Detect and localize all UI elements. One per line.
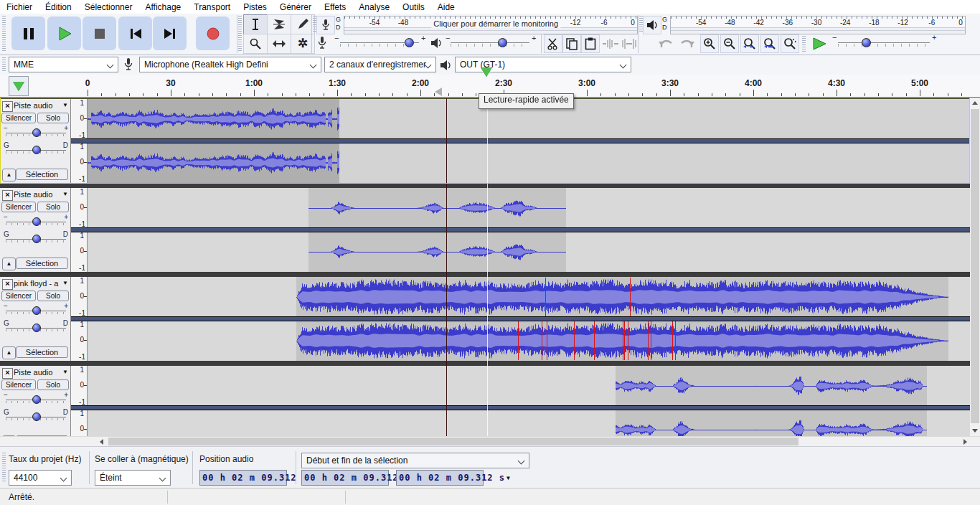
timeshift-tool-button[interactable]: [267, 34, 291, 54]
redo-button[interactable]: [677, 34, 696, 53]
horizontal-scroll-thumb[interactable]: [108, 438, 798, 445]
mute-button[interactable]: Silencer: [1, 113, 36, 123]
menu-fichier[interactable]: Fichier: [0, 1, 39, 14]
pan-slider-thumb[interactable]: [32, 412, 41, 421]
close-track-button[interactable]: ×: [2, 101, 13, 112]
solo-button[interactable]: Solo: [37, 202, 69, 212]
gain-slider-thumb[interactable]: [32, 217, 41, 226]
transport-grip[interactable]: [2, 16, 6, 52]
envelope-tool-button[interactable]: [267, 14, 291, 34]
pan-slider[interactable]: GD: [3, 232, 69, 248]
play-at-speed-button[interactable]: [808, 34, 831, 53]
audio-position-field[interactable]: 00 h 02 m 09.312 s▼: [199, 470, 287, 486]
pinned-play-head-button[interactable]: [9, 76, 29, 96]
gain-slider[interactable]: −+: [3, 126, 69, 142]
gain-slider[interactable]: −+: [3, 304, 69, 320]
pan-slider-thumb[interactable]: [32, 235, 41, 243]
menu-edition[interactable]: Édition: [39, 1, 78, 14]
menu-effets[interactable]: Effets: [318, 1, 352, 14]
scroll-right-arrow[interactable]: [963, 439, 967, 445]
track-name-button[interactable]: pink floyd - a▼: [14, 279, 69, 289]
solo-button[interactable]: Solo: [37, 113, 69, 123]
horizontal-scrollbar[interactable]: [0, 436, 980, 446]
pan-slider-thumb[interactable]: [32, 324, 41, 332]
zoom-in-button[interactable]: [700, 34, 719, 53]
menu-transport[interactable]: Transport: [187, 1, 237, 14]
collapse-track-button[interactable]: ▲: [2, 169, 16, 181]
monitor-text[interactable]: Cliquer pour démarrer le monitoring: [431, 19, 560, 28]
zoom-out-button[interactable]: [720, 34, 739, 53]
track-area[interactable]: ×Piste audio▼SilencerSolo−+GD▲Sélection1…: [0, 98, 970, 436]
menu-affichage[interactable]: Affichage: [138, 1, 187, 14]
zoom-fit-button[interactable]: [760, 34, 779, 53]
mute-button[interactable]: Silencer: [1, 379, 36, 390]
zoom-selection-button[interactable]: [740, 34, 759, 53]
record-meter-mic-button[interactable]: [316, 16, 335, 34]
play-speed-thumb[interactable]: [862, 38, 871, 47]
copy-button[interactable]: [562, 34, 581, 53]
selection-end-field[interactable]: 00 h 02 m 09.312 s▼: [396, 470, 484, 486]
track-select-button[interactable]: Sélection: [16, 346, 68, 358]
cut-button[interactable]: [544, 34, 562, 53]
collapse-track-button[interactable]: ▲: [2, 258, 16, 270]
waveform-track3-ch1[interactable]: [88, 277, 970, 317]
close-track-button[interactable]: ×: [2, 368, 13, 379]
mic-volume-slider[interactable]: [340, 35, 419, 51]
pan-slider[interactable]: GD: [3, 410, 69, 426]
close-track-button[interactable]: ×: [2, 190, 13, 201]
menu-analyse[interactable]: Analyse: [352, 1, 396, 14]
playback-meter-speaker-button[interactable]: [643, 16, 661, 34]
scroll-up-arrow[interactable]: [972, 101, 978, 105]
project-rate-select[interactable]: 44100: [9, 470, 72, 486]
recording-meter[interactable]: Cliquer pour démarrer le monitoring -54-…: [344, 16, 638, 34]
solo-button[interactable]: Solo: [37, 291, 69, 301]
audio-host-select[interactable]: MME: [9, 57, 118, 72]
trim-audio-button[interactable]: [601, 34, 620, 53]
waveform-track4-ch2[interactable]: [88, 410, 970, 436]
waveform-track3-ch2[interactable]: [88, 321, 970, 361]
record-button[interactable]: [196, 16, 230, 50]
mute-button[interactable]: Silencer: [1, 202, 36, 212]
selection-start-field[interactable]: 00 h 02 m 09.312 s▼: [301, 470, 389, 486]
zoom-tool-button[interactable]: [243, 34, 268, 54]
collapse-track-button[interactable]: ▲: [2, 346, 16, 359]
waveform-track2-ch2[interactable]: [88, 232, 970, 272]
track-name-button[interactable]: Piste audio▼: [14, 101, 69, 111]
vertical-scroll-thumb[interactable]: [971, 109, 979, 423]
scroll-down-arrow[interactable]: [972, 429, 978, 433]
playback-meter[interactable]: -54-48-42-36-30-24-18-12-60: [670, 16, 966, 34]
gain-slider-thumb[interactable]: [32, 128, 41, 137]
scroll-left-arrow[interactable]: [100, 439, 103, 445]
paste-button[interactable]: [581, 34, 600, 53]
selection-tool-button[interactable]: [243, 14, 268, 34]
play-speed-slider[interactable]: [838, 35, 930, 51]
device-grip[interactable]: [2, 57, 6, 72]
snap-to-select[interactable]: Éteint: [95, 470, 171, 486]
menu-generer[interactable]: Générer: [273, 1, 318, 14]
menu-outils[interactable]: Outils: [396, 1, 431, 14]
track-select-button[interactable]: Sélection: [16, 169, 68, 180]
menu-aide[interactable]: Aide: [431, 1, 461, 14]
play-at-speed-grip[interactable]: [802, 34, 806, 52]
tools-grip[interactable]: [238, 16, 242, 52]
waveform-track2-ch1[interactable]: [88, 188, 970, 228]
gain-slider-thumb[interactable]: [32, 306, 41, 315]
recording-channels-select[interactable]: 2 canaux d'enregistremer: [324, 57, 436, 72]
skip-to-end-button[interactable]: [153, 16, 187, 50]
pause-button[interactable]: [11, 16, 45, 50]
gain-slider[interactable]: −+: [3, 393, 69, 409]
vertical-scrollbar[interactable]: [970, 98, 980, 436]
zoom-toggle-button[interactable]: [781, 34, 799, 53]
undo-button[interactable]: [657, 34, 676, 53]
gain-slider-thumb[interactable]: [32, 395, 41, 404]
mute-button[interactable]: Silencer: [1, 291, 36, 301]
stop-button[interactable]: [83, 16, 116, 50]
pan-slider-thumb[interactable]: [32, 146, 41, 154]
playback-volume-thumb[interactable]: [498, 38, 507, 47]
skip-to-start-button[interactable]: [118, 16, 152, 50]
playback-volume-slider[interactable]: [451, 35, 529, 51]
recording-device-select[interactable]: Microphone (Realtek High Defini: [139, 57, 321, 72]
track-name-button[interactable]: Piste audio▼: [14, 368, 69, 378]
quick-play-head[interactable]: [481, 77, 492, 87]
time-format-arrow-icon[interactable]: ▼: [507, 475, 510, 481]
